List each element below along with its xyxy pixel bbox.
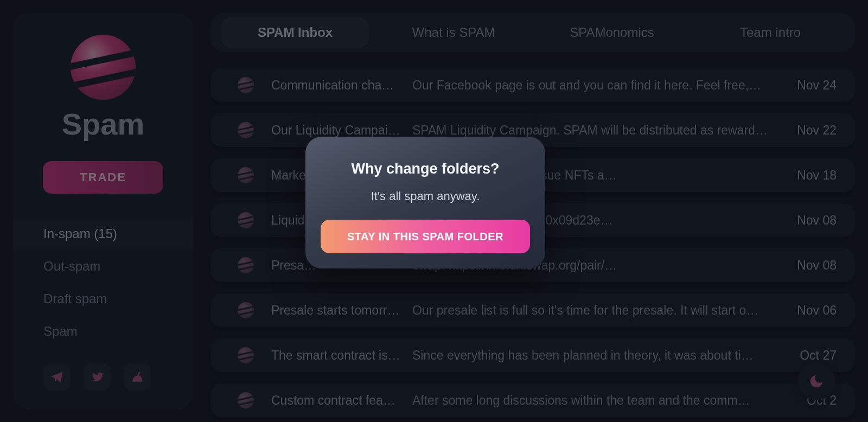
stay-in-folder-button[interactable]: STAY IN THIS SPAM FOLDER (321, 220, 530, 253)
modal-subtitle: It's all spam anyway. (321, 189, 530, 203)
change-folder-modal: Why change folders? It's all spam anyway… (305, 137, 545, 268)
modal-title: Why change folders? (321, 161, 530, 177)
